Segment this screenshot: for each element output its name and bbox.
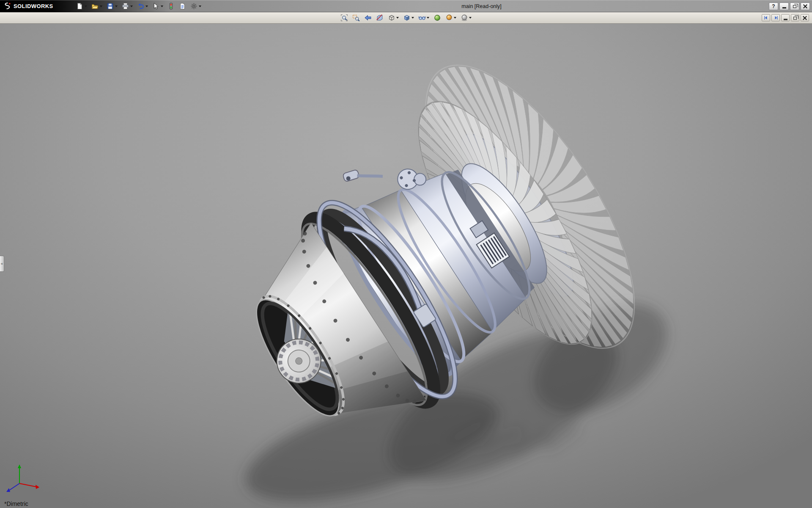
zoom-to-fit-icon xyxy=(340,14,348,22)
graphics-area[interactable]: « *Dimetric xyxy=(0,24,812,508)
open-button[interactable] xyxy=(90,1,104,11)
section-view-button[interactable] xyxy=(375,13,385,23)
zoom-to-area-icon xyxy=(352,14,360,22)
undo-icon xyxy=(137,3,144,10)
minimize-document-button[interactable] xyxy=(781,14,790,22)
restore-icon xyxy=(793,17,797,20)
previous-view-button[interactable] xyxy=(363,13,373,23)
dropdown-arrow-icon[interactable] xyxy=(115,6,118,7)
viewport-canvas[interactable] xyxy=(0,24,812,508)
close-icon xyxy=(803,16,807,20)
window-title: main [Read-only] xyxy=(461,3,502,9)
mount-bracket xyxy=(340,156,383,195)
heads-up-view-toolbar xyxy=(0,12,812,24)
next-document-button[interactable] xyxy=(771,14,780,22)
y-axis-arrow xyxy=(18,464,21,468)
dropdown-arrow-icon[interactable] xyxy=(454,17,456,19)
zoom-to-area-button[interactable] xyxy=(351,13,361,23)
undo-button[interactable] xyxy=(135,1,150,11)
view-settings-icon xyxy=(461,14,468,22)
save-button[interactable] xyxy=(105,1,119,11)
file-properties-button[interactable] xyxy=(177,1,188,11)
close-button[interactable] xyxy=(801,3,810,10)
titlebar: SOLIDWORKS main [Read-only] ? xyxy=(0,0,812,12)
zoom-to-fit-button[interactable] xyxy=(339,13,349,23)
headsup-toolbar-group xyxy=(339,13,473,23)
dropdown-arrow-icon[interactable] xyxy=(427,17,429,19)
dropdown-arrow-icon[interactable] xyxy=(85,6,87,7)
print-icon xyxy=(122,3,129,10)
close-icon xyxy=(803,4,807,8)
view-orientation-button[interactable] xyxy=(387,13,400,23)
apply-scene-icon xyxy=(445,14,453,22)
maximize-button[interactable] xyxy=(790,3,799,10)
options-button[interactable] xyxy=(189,1,203,11)
select-button[interactable] xyxy=(151,1,165,11)
dropdown-arrow-icon[interactable] xyxy=(161,6,163,7)
edit-appearance-sphere-icon xyxy=(433,14,441,22)
apply-scene-button[interactable] xyxy=(444,13,458,23)
x-axis-arrow xyxy=(36,485,39,489)
display-style-button[interactable] xyxy=(402,13,415,23)
options-icon xyxy=(190,3,198,10)
view-settings-button[interactable] xyxy=(459,13,473,23)
dropdown-arrow-icon[interactable] xyxy=(130,6,133,7)
hide-show-items-button[interactable] xyxy=(417,13,431,23)
featuremanager-collapsed-tab[interactable]: « xyxy=(0,256,4,272)
document-window-controls xyxy=(762,14,809,22)
app-brand: SOLIDWORKS xyxy=(0,0,58,12)
minimize-icon xyxy=(784,19,787,20)
help-button[interactable]: ? xyxy=(769,3,778,10)
dropdown-arrow-icon[interactable] xyxy=(411,17,414,19)
previous-document-button[interactable] xyxy=(762,14,770,22)
dropdown-arrow-icon[interactable] xyxy=(469,17,472,19)
file-properties-icon xyxy=(179,3,186,10)
window-controls: ? xyxy=(769,3,810,10)
minimize-icon xyxy=(782,7,786,8)
new-document-button[interactable] xyxy=(74,1,89,11)
rebuild-button[interactable] xyxy=(166,1,176,11)
orientation-triad[interactable] xyxy=(6,464,39,492)
previous-document-icon xyxy=(763,15,769,21)
display-style-icon xyxy=(403,14,411,22)
view-orientation-cube-icon xyxy=(388,14,395,22)
restore-document-button[interactable] xyxy=(791,14,799,22)
close-document-button[interactable] xyxy=(801,14,809,22)
minimize-button[interactable] xyxy=(779,3,789,10)
main-toolbar xyxy=(74,1,203,11)
dropdown-arrow-icon[interactable] xyxy=(145,6,148,7)
new-document-icon xyxy=(76,3,83,10)
save-icon xyxy=(107,3,114,10)
print-button[interactable] xyxy=(120,1,134,11)
select-cursor-icon xyxy=(152,3,159,10)
dropdown-arrow-icon[interactable] xyxy=(100,6,102,7)
view-orientation-label: *Dimetric xyxy=(4,500,28,507)
dropdown-arrow-icon[interactable] xyxy=(396,17,399,19)
dropdown-arrow-icon[interactable] xyxy=(199,6,201,7)
section-view-icon xyxy=(376,14,384,22)
solidworks-logo-icon xyxy=(3,2,11,10)
rebuild-traffic-light-icon xyxy=(167,3,175,10)
open-folder-icon xyxy=(91,3,99,10)
hide-show-items-icon xyxy=(418,14,426,22)
next-document-icon xyxy=(773,15,779,21)
previous-view-icon xyxy=(364,14,372,22)
app-name: SOLIDWORKS xyxy=(14,3,53,9)
edit-appearance-button[interactable] xyxy=(432,13,442,23)
maximize-icon xyxy=(793,5,796,8)
